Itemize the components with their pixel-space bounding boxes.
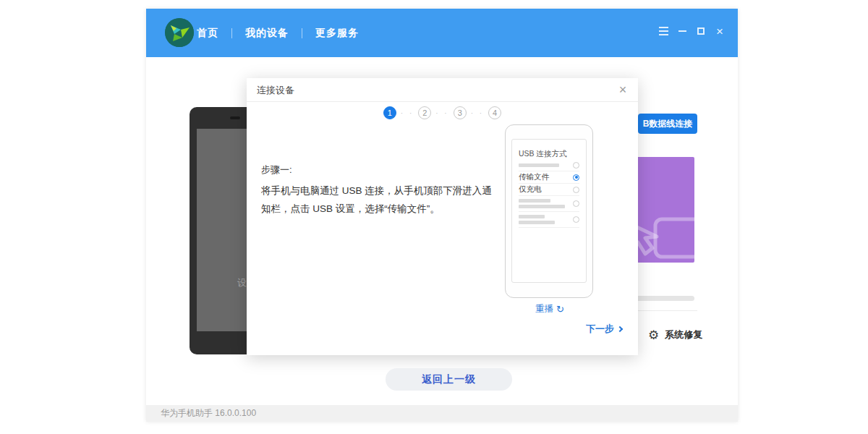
dialog-title: 连接设备 — [257, 78, 294, 102]
step-1-circle: 1 — [383, 106, 396, 119]
phone-mockup-screen: USB 连接方式 传输文件 仅充电 — [511, 139, 587, 283]
nav-separator — [231, 28, 232, 38]
step-instructions: 将手机与电脑通过 USB 连接，从手机顶部下滑进入通知栏，点击 USB 设置，选… — [261, 182, 497, 218]
connect-device-dialog: 连接设备 × 1 · · 2 · · 3 · · 4 步骤一: 将手机与电脑通过… — [247, 78, 638, 355]
next-step-label: 下一步 — [586, 323, 614, 336]
option-label: 传输文件 — [519, 172, 549, 182]
step-dots: · · — [471, 109, 484, 117]
dialog-close-icon[interactable]: × — [615, 82, 631, 98]
system-repair-label: 系统修复 — [665, 328, 702, 341]
minimize-icon[interactable] — [673, 25, 692, 38]
maximize-icon[interactable] — [692, 25, 710, 38]
text-placeholder-bar — [519, 215, 545, 218]
next-step-button[interactable]: 下一步 — [586, 323, 622, 336]
active-nav-dot — [205, 59, 209, 62]
desktop-background: 首页 我的设备 更多服务 — [0, 0, 868, 434]
text-placeholder-bar — [519, 163, 559, 167]
nav-home-label: 首页 — [197, 27, 218, 38]
usb-cable-connect-button[interactable]: B数据线连接 — [638, 114, 697, 134]
nav-item-more-services[interactable]: 更多服务 — [312, 27, 362, 40]
app-window: 首页 我的设备 更多服务 — [146, 9, 738, 422]
usb-option-placeholder-row — [519, 196, 579, 212]
hisuite-logo-icon — [165, 18, 194, 47]
replay-icon: ↻ — [556, 304, 564, 315]
chevron-right-icon — [617, 326, 623, 332]
radio-unselected-icon — [573, 216, 579, 223]
nav-item-my-devices[interactable]: 我的设备 — [242, 27, 292, 40]
step-4-circle: 4 — [488, 106, 501, 119]
usb-option-placeholder-row — [519, 212, 579, 228]
radio-unselected-icon — [573, 200, 579, 207]
gear-icon: ⚙ — [648, 329, 659, 341]
system-repair-button[interactable]: ⚙ 系统修复 — [648, 328, 702, 341]
nav-services-label: 更多服务 — [315, 27, 359, 38]
phone-speaker — [230, 116, 240, 119]
option-label: 仅充电 — [519, 184, 542, 195]
step-dots: · · — [401, 109, 414, 117]
phone-mockup: USB 连接方式 传输文件 仅充电 — [505, 124, 593, 298]
close-window-icon[interactable]: × — [710, 25, 729, 38]
usb-option-charge-only: 仅充电 — [519, 184, 579, 196]
dialog-header: 连接设备 × — [247, 78, 638, 102]
status-bar: 华为手机助手 16.0.0.100 — [146, 405, 738, 422]
step-2-circle: 2 — [418, 106, 431, 119]
nav-devices-label: 我的设备 — [245, 27, 289, 38]
step-3-circle: 3 — [454, 106, 467, 119]
back-to-previous-button[interactable]: 返回上一级 — [386, 368, 512, 391]
usb-option-placeholder-row — [519, 159, 579, 171]
usb-option-transfer-files: 传输文件 — [519, 171, 579, 184]
nav-item-home[interactable]: 首页 — [194, 27, 221, 40]
usb-mode-title: USB 连接方式 — [519, 149, 579, 159]
step-heading: 步骤一: — [261, 163, 292, 176]
text-placeholder-bar — [519, 221, 555, 224]
app-header: 首页 我的设备 更多服务 — [146, 9, 738, 57]
step-dots: · · — [435, 109, 448, 117]
main-nav: 首页 我的设备 更多服务 — [194, 9, 362, 57]
text-placeholder-bar — [519, 205, 565, 208]
radio-unselected-icon — [573, 187, 579, 193]
text-placeholder-bar — [519, 199, 550, 203]
radio-unselected-icon — [573, 162, 579, 169]
menu-icon[interactable] — [654, 25, 673, 38]
replay-button[interactable]: 重播 ↻ — [535, 303, 564, 315]
replay-label: 重播 — [535, 303, 553, 315]
window-controls: × — [654, 25, 729, 38]
nav-separator — [302, 28, 302, 38]
radio-selected-icon — [573, 174, 579, 181]
app-version-label: 华为手机助手 16.0.0.100 — [161, 407, 256, 420]
step-indicator: 1 · · 2 · · 3 · · 4 — [247, 106, 638, 119]
